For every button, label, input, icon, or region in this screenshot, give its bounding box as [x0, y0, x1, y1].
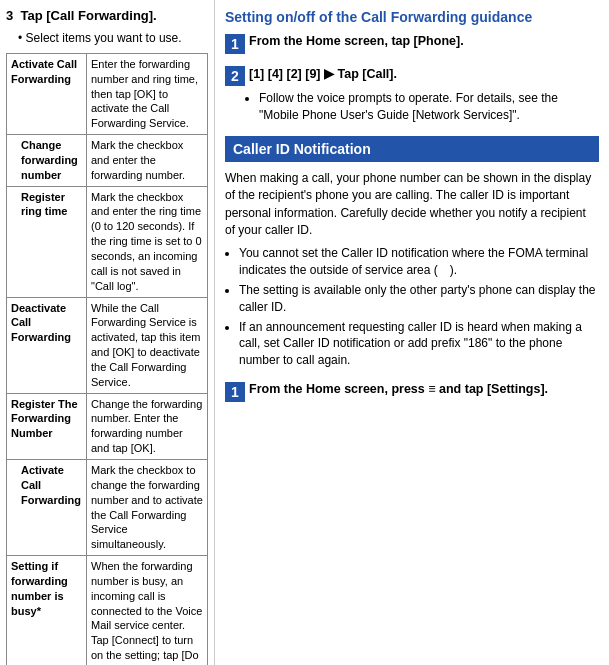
table-cell-label: Deactivate Call Forwarding [7, 297, 87, 393]
bullet-item: If an announcement requesting caller ID … [239, 319, 599, 369]
step2-text: [1] [4] [2] [9] ▶ Tap [Call]. [249, 66, 397, 81]
table-cell-desc: Enter the forwarding number and ring tim… [87, 53, 208, 134]
step3-number: 3 [6, 8, 13, 23]
bullet-item: The setting is available only the other … [239, 282, 599, 316]
table-cell-label: Activate Call Forwarding [7, 53, 87, 134]
bullet-item: You cannot set the Caller ID notificatio… [239, 245, 599, 279]
caller-id-bullets: You cannot set the Caller ID notificatio… [239, 245, 599, 372]
caller-id-body: When making a call, your phone number ca… [225, 170, 599, 240]
table-row: Deactivate Call ForwardingWhile the Call… [7, 297, 208, 393]
step1-number: 1 [225, 34, 245, 54]
table-cell-label: Register ring time [7, 186, 87, 297]
table-cell-desc: Mark the checkbox to change the forwardi… [87, 459, 208, 555]
step1-text: From the Home screen, tap [Phone]. [249, 34, 464, 48]
table-cell-desc: Mark the checkbox and enter the forwardi… [87, 135, 208, 187]
table-cell-label: Register The Forwarding Number [7, 393, 87, 459]
instructions-table: Activate Call ForwardingEnter the forwar… [6, 53, 208, 665]
table-row: Activate Call ForwardingEnter the forwar… [7, 53, 208, 134]
menu-icon: ≡ [428, 382, 435, 396]
table-cell-desc: When the forwarding number is busy, an i… [87, 556, 208, 665]
step2-number: 2 [225, 66, 245, 86]
step1-row: 1 From the Home screen, tap [Phone]. [225, 34, 599, 54]
table-cell-label: Setting if forwarding number is busy* [7, 556, 87, 665]
caller-id-banner: Caller ID Notification [225, 136, 599, 162]
step3-sub: • Select items you want to use. [18, 31, 208, 45]
table-cell-label: Activate Call Forwarding [7, 459, 87, 555]
step3-number: 1 [225, 382, 245, 402]
step2-block: 2 [1] [4] [2] [9] ▶ Tap [Call]. Follow t… [225, 66, 599, 124]
step3-title: Tap [Call Forwarding]. [20, 8, 156, 23]
table-row: Change forwarding numberMark the checkbo… [7, 135, 208, 187]
step1-block: 1 From the Home screen, tap [Phone]. [225, 34, 599, 58]
table-row: Setting if forwarding number is busy*Whe… [7, 556, 208, 665]
step2-row: 2 [1] [4] [2] [9] ▶ Tap [Call]. [225, 66, 599, 86]
page-container: 3 Tap [Call Forwarding]. • Select items … [0, 0, 609, 665]
table-row: Register ring timeMark the checkbox and … [7, 186, 208, 297]
table-cell-desc: While the Call Forwarding Service is act… [87, 297, 208, 393]
step3-header: 3 Tap [Call Forwarding]. [6, 8, 208, 25]
step2-content: Follow the voice prompts to operate. For… [249, 90, 599, 124]
step3-text: From the Home screen, press ≡ and tap [S… [249, 382, 548, 396]
section-title: Setting on/off of the Call Forwarding gu… [225, 8, 599, 26]
table-row: Activate Call ForwardingMark the checkbo… [7, 459, 208, 555]
table-cell-desc: Change the forwarding number. Enter the … [87, 393, 208, 459]
table-row: Register The Forwarding NumberChange the… [7, 393, 208, 459]
right-column: Setting on/off of the Call Forwarding gu… [215, 0, 609, 665]
step3-block: 1 From the Home screen, press ≡ and tap … [225, 382, 599, 402]
step2-bullet: Follow the voice prompts to operate. For… [259, 90, 599, 124]
table-cell-label: Change forwarding number [7, 135, 87, 187]
left-column: 3 Tap [Call Forwarding]. • Select items … [0, 0, 215, 665]
table-cell-desc: Mark the checkbox and enter the ring tim… [87, 186, 208, 297]
